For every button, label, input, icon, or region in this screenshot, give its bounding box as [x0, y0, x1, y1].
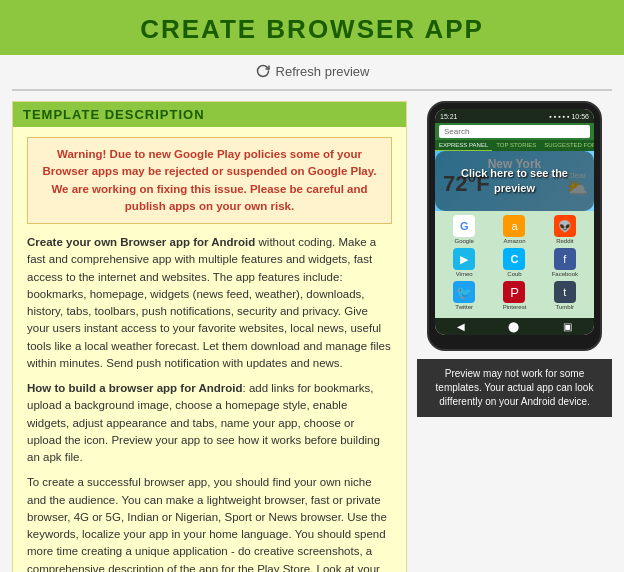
desc-paragraph-3: To create a successful browser app, you …	[27, 474, 392, 572]
preview-note: Preview may not work for some templates.…	[417, 359, 612, 417]
warning-box: Warning! Due to new Google Play policies…	[27, 137, 392, 224]
facebook-label: Facebook	[550, 271, 580, 277]
twitter-icon: 🐦	[453, 281, 475, 303]
google-icon: G	[453, 215, 475, 237]
desc1-bold: Create your own Browser app for Android	[27, 236, 255, 248]
phone-toolbar: Search	[435, 123, 594, 140]
template-desc-header: TEMPLATE DESCRIPTION	[13, 102, 406, 127]
app-twitter[interactable]: 🐦 Twitter	[449, 281, 479, 310]
app-vimeo[interactable]: ▶ Vimeo	[449, 248, 479, 277]
refresh-icon	[255, 63, 271, 79]
reddit-icon: 👽	[554, 215, 576, 237]
status-icons: ▪ ▪ ▪ ▪ ▪ 10:56	[549, 113, 589, 120]
apps-row-1: G Google a Amazon 👽 Reddit	[439, 215, 590, 244]
app-tumblr[interactable]: t Tumblr	[550, 281, 580, 310]
apps-row-2: ▶ Vimeo C Coub f Facebook	[439, 248, 590, 277]
reddit-label: Reddit	[550, 238, 580, 244]
app-amazon[interactable]: a Amazon	[499, 215, 529, 244]
recents-nav-button[interactable]: ▣	[563, 321, 572, 332]
app-coub[interactable]: C Coub	[499, 248, 529, 277]
facebook-icon: f	[554, 248, 576, 270]
click-preview-overlay[interactable]: Click here to see the preview	[435, 151, 594, 211]
google-label: Google	[449, 238, 479, 244]
refresh-preview-button[interactable]: Refresh preview	[255, 63, 370, 79]
amazon-label: Amazon	[499, 238, 529, 244]
app-facebook[interactable]: f Facebook	[550, 248, 580, 277]
amazon-icon: a	[503, 215, 525, 237]
tab-top-stories[interactable]: TOP STORIES	[492, 140, 540, 151]
phone-bottom-bar	[435, 335, 594, 343]
tab-suggested[interactable]: SUGGESTED FOR	[540, 140, 594, 151]
app-google[interactable]: G Google	[449, 215, 479, 244]
refresh-bar: Refresh preview	[0, 55, 624, 89]
desc2-text: : add links for bookmarks, upload a back…	[27, 382, 380, 463]
back-nav-button[interactable]: ◀	[457, 321, 465, 332]
phone-statusbar: 15:21 ▪ ▪ ▪ ▪ ▪ 10:56	[435, 109, 594, 123]
right-panel: 15:21 ▪ ▪ ▪ ▪ ▪ 10:56 Search EXPRESS PAN…	[417, 101, 612, 572]
phone-navbar: ◀ ⬤ ▣	[435, 318, 594, 335]
pinterest-icon: P	[503, 281, 525, 303]
left-panel: TEMPLATE DESCRIPTION Warning! Due to new…	[12, 101, 407, 572]
phone-mockup: 15:21 ▪ ▪ ▪ ▪ ▪ 10:56 Search EXPRESS PAN…	[427, 101, 602, 351]
page-header: CREATE BROWSER APP	[0, 0, 624, 55]
desc-paragraph-2: How to build a browser app for Android: …	[27, 380, 392, 466]
tab-express-panel[interactable]: EXPRESS PANEL	[435, 140, 492, 151]
divider	[12, 89, 612, 91]
coub-icon: C	[503, 248, 525, 270]
tumblr-icon: t	[554, 281, 576, 303]
page-title: CREATE BROWSER APP	[10, 14, 614, 45]
desc2-bold: How to build a browser app for Android	[27, 382, 243, 394]
click-preview-text: Click here to see the preview	[461, 166, 568, 197]
warning-text: Warning! Due to new Google Play policies…	[38, 146, 381, 215]
pinterest-label: Pinterest	[499, 304, 529, 310]
phone-tabs: EXPRESS PANEL TOP STORIES SUGGESTED FOR	[435, 140, 594, 151]
desc-paragraph-1: Create your own Browser app for Android …	[27, 234, 392, 372]
search-placeholder: Search	[444, 127, 469, 136]
phone-time: 15:21	[440, 113, 458, 120]
vimeo-icon: ▶	[453, 248, 475, 270]
home-nav-button[interactable]: ⬤	[508, 321, 519, 332]
apps-row-3: 🐦 Twitter P Pinterest t Tumblr	[439, 281, 590, 310]
app-pinterest[interactable]: P Pinterest	[499, 281, 529, 310]
phone-weather: New York 72°F Mostly Clear ⛅ Click here …	[435, 151, 594, 211]
phone-apps: G Google a Amazon 👽 Reddit	[435, 211, 594, 318]
twitter-label: Twitter	[449, 304, 479, 310]
vimeo-label: Vimeo	[449, 271, 479, 277]
coub-label: Coub	[499, 271, 529, 277]
phone-search-bar[interactable]: Search	[439, 125, 590, 138]
app-reddit[interactable]: 👽 Reddit	[550, 215, 580, 244]
desc1-text: without coding. Make a fast and comprehe…	[27, 236, 391, 369]
refresh-label: Refresh preview	[276, 64, 370, 79]
phone-screen: 15:21 ▪ ▪ ▪ ▪ ▪ 10:56 Search EXPRESS PAN…	[435, 109, 594, 335]
main-content: TEMPLATE DESCRIPTION Warning! Due to new…	[0, 101, 624, 572]
tumblr-label: Tumblr	[550, 304, 580, 310]
